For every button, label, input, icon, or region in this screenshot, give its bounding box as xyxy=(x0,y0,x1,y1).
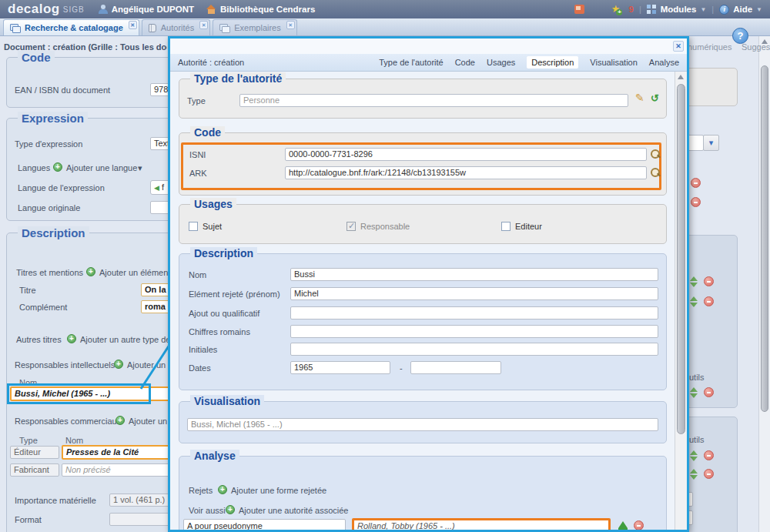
scrollbar-thumb[interactable] xyxy=(761,65,768,412)
dates-to-input[interactable] xyxy=(410,361,501,374)
add-titre-link[interactable]: Ajouter un élément de xyxy=(99,268,170,277)
format-input[interactable] xyxy=(109,513,170,526)
reorder-icon[interactable] xyxy=(690,450,698,461)
reorder-icon[interactable] xyxy=(690,387,698,398)
add-icon[interactable] xyxy=(86,267,95,276)
visualisation-input[interactable]: Bussi, Michel (1965 - ...) xyxy=(187,418,658,431)
rejets-label: Rejets xyxy=(189,486,213,495)
titre-label: Titre xyxy=(19,286,36,295)
nav-type-autorite[interactable]: Type de l'autorité xyxy=(379,58,443,67)
editeur-label: Editeur xyxy=(515,222,542,231)
remove-icon[interactable] xyxy=(704,450,714,460)
add-icon[interactable] xyxy=(114,360,123,369)
dates-label: Dates xyxy=(189,363,211,373)
initiales-input[interactable] xyxy=(290,343,658,356)
editeur-checkbox[interactable] xyxy=(501,222,511,231)
library-menu[interactable]: Bibliothèque Cendrars xyxy=(206,5,315,14)
nav-usages[interactable]: Usages xyxy=(487,58,515,67)
help-label: Aide xyxy=(733,5,752,14)
undo-icon[interactable] xyxy=(651,92,659,104)
window-switch-icon[interactable] xyxy=(574,5,584,14)
autorite-associee-input[interactable]: Rolland, Tobby (1965 - ...) xyxy=(352,518,611,532)
add-icon[interactable] xyxy=(226,505,235,514)
add-editeur-link[interactable]: Ajouter un édi xyxy=(129,417,170,426)
fabricant-type-cell[interactable]: Fabricant xyxy=(10,463,59,477)
select-fragment[interactable] xyxy=(687,135,704,151)
left-arrow-icon[interactable] xyxy=(154,184,159,192)
close-icon[interactable] xyxy=(286,21,295,29)
modal-scrollbar[interactable] xyxy=(675,72,687,530)
remove-icon[interactable] xyxy=(704,387,714,397)
type-column-header: Type xyxy=(19,436,38,445)
remove-icon[interactable] xyxy=(704,296,714,306)
scroll-up-icon[interactable] xyxy=(678,75,684,79)
add-icon[interactable] xyxy=(218,485,227,494)
nav-analyse[interactable]: Analyse xyxy=(649,58,679,67)
section-type-autorite: Type de l'autorité Type Personne xyxy=(179,79,667,119)
add-icon[interactable] xyxy=(67,334,76,343)
add-rejet-link[interactable]: Ajouter une forme rejetée xyxy=(231,486,326,495)
chevron-down-icon[interactable] xyxy=(703,135,719,151)
scrollbar-thumb[interactable] xyxy=(677,84,685,434)
ark-input[interactable]: http://catalogue.bnf.fr/ark:/12148/cb131… xyxy=(285,166,647,179)
tab-exemplaires[interactable]: Exemplaires xyxy=(213,19,297,35)
home-icon xyxy=(206,5,216,14)
tab-recherche-catalogage[interactable]: Recherche & catalogage xyxy=(3,19,139,35)
tab-autorites[interactable]: Autorités xyxy=(142,19,210,35)
help-menu[interactable]: Aide xyxy=(719,5,762,15)
add-voir-aussi-link[interactable]: Ajouter une autorité associée xyxy=(239,506,348,515)
search-icon[interactable] xyxy=(650,167,661,178)
remove-icon[interactable] xyxy=(634,520,644,530)
tab-label: Exemplaires xyxy=(234,23,281,32)
help-icon[interactable] xyxy=(732,28,748,44)
close-icon[interactable] xyxy=(673,41,684,52)
complement-input[interactable]: roma xyxy=(141,300,170,313)
user-menu[interactable]: Angélique DUPONT xyxy=(99,5,194,14)
dates-from-input[interactable]: 1965 xyxy=(290,361,390,374)
pencil-icon[interactable] xyxy=(635,92,644,104)
nom-input[interactable]: Bussi xyxy=(290,268,658,281)
responsable-checkbox[interactable] xyxy=(346,222,356,231)
type-input[interactable]: Personne xyxy=(239,94,628,107)
remove-icon[interactable] xyxy=(691,178,701,188)
reorder-icon[interactable] xyxy=(690,296,698,307)
chiffres-romains-input[interactable] xyxy=(290,325,658,338)
search-icon[interactable] xyxy=(650,149,661,159)
titre-input[interactable]: On la xyxy=(141,283,170,296)
element-rejete-input[interactable]: Michel xyxy=(290,287,658,300)
close-icon[interactable] xyxy=(199,21,208,29)
ajout-qualificatif-input[interactable] xyxy=(290,306,658,320)
topbar: decalog SIGB Angélique DUPONT Bibliothèq… xyxy=(0,0,770,18)
remove-icon[interactable] xyxy=(704,276,714,286)
favorites-count: 9 xyxy=(628,5,633,14)
add-icon[interactable] xyxy=(116,416,125,425)
reorder-icon[interactable] xyxy=(690,469,698,480)
fabricant-nom-cell[interactable]: Non précisé xyxy=(62,463,170,477)
nav-visualisation[interactable]: Visualisation xyxy=(590,58,638,67)
remove-icon[interactable] xyxy=(691,197,701,207)
modal-body: Type de l'autorité Type Personne Code IS… xyxy=(170,72,675,530)
nav-code[interactable]: Code xyxy=(455,58,475,67)
section-legend: Description xyxy=(18,226,89,239)
complement-label: Complément xyxy=(19,303,67,312)
modules-menu[interactable]: Modules xyxy=(647,5,707,14)
nav-description[interactable]: Description xyxy=(527,56,578,69)
reorder-icon[interactable] xyxy=(690,276,698,287)
importance-input[interactable]: 1 vol. (461 p.) xyxy=(109,494,170,507)
favorites-button[interactable]: ★ 9 xyxy=(611,5,634,14)
modules-grid-icon xyxy=(647,5,651,8)
add-langue-link[interactable]: Ajouter une langue xyxy=(66,163,137,172)
modal-title: Autorité : création xyxy=(178,58,244,67)
move-up-icon[interactable] xyxy=(618,521,628,528)
sujet-checkbox[interactable] xyxy=(189,222,198,231)
editeur-type-cell[interactable]: Éditeur xyxy=(10,446,59,459)
close-icon[interactable] xyxy=(129,21,137,29)
editeur-nom-cell[interactable]: Presses de la Cité xyxy=(62,445,170,460)
remove-icon[interactable] xyxy=(704,469,714,479)
isni-input[interactable]: 0000-0000-7731-8296 xyxy=(285,148,647,161)
relation-select[interactable]: A pour pseudonyme xyxy=(183,519,346,532)
tab-label: Autorités xyxy=(161,23,194,32)
page-scrollbar[interactable] xyxy=(758,36,770,532)
add-icon[interactable] xyxy=(53,162,62,172)
section-legend: Analyse xyxy=(190,450,239,462)
